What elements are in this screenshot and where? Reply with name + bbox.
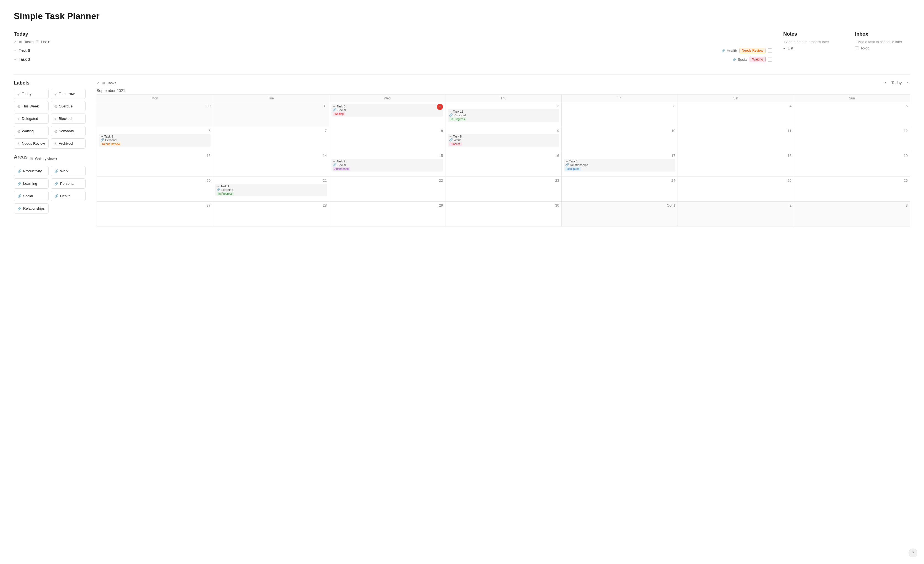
labels-section: Labels ◎Today◎Tomorrow◎This Week◎Overdue…: [14, 80, 86, 149]
label-item-label: Tomorrow: [59, 92, 75, 96]
task-name[interactable]: Task 6: [19, 48, 30, 53]
cal-link-icon[interactable]: ↗: [97, 81, 100, 85]
cal-cell[interactable]: 3: [794, 202, 910, 227]
cal-event[interactable]: → Task 9 🔗 Personal Needs Review: [99, 134, 211, 147]
inbox-checkbox[interactable]: [855, 47, 859, 50]
area-item-learning[interactable]: 🔗Learning: [14, 178, 49, 189]
cal-cell[interactable]: 2 → Task 11 🔗 Personal In Progress: [446, 102, 562, 127]
area-item-productivity[interactable]: 🔗Productivity: [14, 166, 49, 176]
label-item-tomorrow[interactable]: ◎Tomorrow: [51, 89, 86, 99]
task-name[interactable]: Task 3: [19, 57, 30, 62]
cal-event[interactable]: → Task 7 🔗 Social Abandoned: [332, 159, 443, 171]
status-badge[interactable]: Needs Review: [740, 48, 766, 53]
cal-tasks-label[interactable]: Tasks: [107, 81, 116, 85]
cal-cell[interactable]: 29: [329, 202, 446, 227]
today-list-label[interactable]: List ▾: [41, 40, 50, 44]
cal-event[interactable]: → Task 4 🔗 Learning In Progress: [215, 183, 327, 196]
label-item-blocked[interactable]: ◎Blocked: [51, 114, 86, 124]
cal-event-tag: 🔗 Personal: [449, 113, 558, 117]
cal-cell[interactable]: 12: [794, 127, 910, 152]
cal-cell[interactable]: 14: [213, 152, 329, 177]
cal-cell[interactable]: 28: [213, 202, 329, 227]
notes-add-button[interactable]: + Add a note to process later: [783, 40, 844, 44]
today-tasks-label[interactable]: Tasks: [24, 40, 33, 44]
cal-date: 27: [99, 203, 211, 208]
cal-cell[interactable]: 1 → Task 3 🔗 Social Waiting: [329, 102, 446, 127]
areas-toolbar: Areas ⊞ Gallery view ▾: [14, 154, 86, 163]
cal-cell[interactable]: 3: [562, 102, 678, 127]
arrow-icon: →: [449, 110, 452, 113]
inbox-add-button[interactable]: + Add a task to schedule later: [855, 40, 910, 44]
cal-event-tag: 🔗 Learning: [217, 188, 326, 191]
today-link-icon[interactable]: ↗: [14, 40, 17, 44]
cal-cell[interactable]: 27: [97, 202, 213, 227]
cal-event[interactable]: → Task 3 🔗 Social Waiting: [332, 104, 443, 117]
cal-date: 5: [796, 104, 908, 108]
cal-cell[interactable]: 16: [446, 152, 562, 177]
cal-date: 22: [332, 178, 443, 183]
area-item-personal[interactable]: 🔗Personal: [51, 178, 86, 189]
tag-icon: 🔗: [333, 163, 337, 167]
cal-cell[interactable]: 31: [213, 102, 329, 127]
cal-event[interactable]: → Task 8 🔗 Work Blocked: [448, 134, 559, 147]
area-item-work[interactable]: 🔗Work: [51, 166, 86, 176]
cal-day-header: Sat: [678, 95, 794, 102]
cal-cell[interactable]: 10: [562, 127, 678, 152]
label-grid: ◎Today◎Tomorrow◎This Week◎Overdue◎Delega…: [14, 89, 86, 149]
cal-cell[interactable]: Oct 1: [562, 202, 678, 227]
cal-cell[interactable]: 8: [329, 127, 446, 152]
label-icon: ◎: [54, 117, 57, 121]
cal-event[interactable]: → Task 11 🔗 Personal In Progress: [448, 109, 559, 122]
cal-next-button[interactable]: ›: [906, 80, 910, 86]
area-item-health[interactable]: 🔗Health: [51, 191, 86, 201]
status-badge[interactable]: Waiting: [750, 57, 766, 62]
cal-event-title: Task 1: [569, 159, 578, 163]
cal-date: 21: [215, 178, 327, 183]
area-icon: 🔗: [17, 169, 21, 173]
task-tag: 🔗 Health: [722, 49, 737, 53]
cal-event-tag: 🔗 Social: [333, 163, 442, 167]
cal-cell[interactable]: 7: [213, 127, 329, 152]
label-item-waiting[interactable]: ◎Waiting: [14, 126, 49, 136]
task-checkbox[interactable]: [768, 48, 772, 53]
area-item-social[interactable]: 🔗Social: [14, 191, 49, 201]
cal-cell[interactable]: 13: [97, 152, 213, 177]
label-item-someday[interactable]: ◎Someday: [51, 126, 86, 136]
tag-name: Social: [738, 57, 747, 62]
cal-prev-button[interactable]: ‹: [883, 80, 888, 86]
area-item-relationships[interactable]: 🔗Relationships: [14, 203, 49, 214]
cal-cell[interactable]: 15 → Task 7 🔗 Social Abandoned: [329, 152, 446, 177]
areas-view-label[interactable]: Gallery view ▾: [35, 156, 57, 161]
cal-cell[interactable]: 23: [446, 177, 562, 202]
cal-cell[interactable]: 6 → Task 9 🔗 Personal Needs Review: [97, 127, 213, 152]
label-item-archived[interactable]: ◎Archived: [51, 138, 86, 149]
cal-cell[interactable]: 11: [678, 127, 794, 152]
notes-section: Notes + Add a note to process later List: [783, 31, 844, 63]
label-item-needs-review[interactable]: ◎Needs Review: [14, 138, 49, 149]
cal-cell[interactable]: 17 → Task 1 🔗 Relationships Delegated: [562, 152, 678, 177]
cal-event[interactable]: → Task 1 🔗 Relationships Delegated: [564, 159, 675, 171]
cal-cell[interactable]: 30: [97, 102, 213, 127]
cal-cell[interactable]: 30: [446, 202, 562, 227]
cal-cell[interactable]: 19: [794, 152, 910, 177]
cal-cell[interactable]: 9 → Task 8 🔗 Work Blocked: [446, 127, 562, 152]
cal-cell[interactable]: 5: [794, 102, 910, 127]
cal-today-button[interactable]: Today: [890, 80, 903, 86]
areas-heading: Areas: [14, 154, 28, 160]
label-item-today[interactable]: ◎Today: [14, 89, 49, 99]
cal-cell[interactable]: 25: [678, 177, 794, 202]
task-checkbox[interactable]: [768, 57, 772, 62]
label-item-overdue[interactable]: ◎Overdue: [51, 101, 86, 111]
label-item-delegated[interactable]: ◎Delegated: [14, 114, 49, 124]
cal-cell[interactable]: 21 → Task 4 🔗 Learning In Progress: [213, 177, 329, 202]
cal-cell[interactable]: 18: [678, 152, 794, 177]
cal-cell[interactable]: 4: [678, 102, 794, 127]
cal-cell[interactable]: 2: [678, 202, 794, 227]
label-icon: ◎: [17, 142, 20, 146]
cal-cell[interactable]: 24: [562, 177, 678, 202]
label-item-this-week[interactable]: ◎This Week: [14, 101, 49, 111]
cal-cell[interactable]: 22: [329, 177, 446, 202]
inbox-section: Inbox + Add a task to schedule later To-…: [855, 31, 910, 63]
cal-cell[interactable]: 20: [97, 177, 213, 202]
cal-cell[interactable]: 26: [794, 177, 910, 202]
